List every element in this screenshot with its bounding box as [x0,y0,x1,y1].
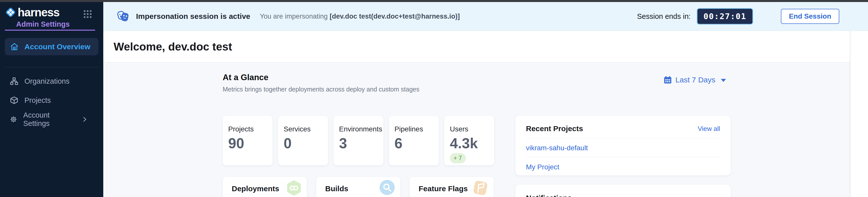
stat-value: 6 [395,136,436,151]
calendar-icon [663,76,672,84]
sidebar-subtitle: Admin Settings [16,20,103,28]
project-link-vikram-sahu-default[interactable]: vikram-sahu-default [526,138,720,157]
builds-icon [379,180,395,196]
gear-icon [10,115,17,124]
stat-value: 3 [339,136,381,151]
org-chart-icon [10,77,19,85]
impersonation-banner: Impersonation session is active You are … [103,2,868,31]
deployments-icon [286,180,302,197]
app-grid-icon[interactable] [83,9,93,20]
recent-projects-title: Recent Projects [526,124,583,133]
notifications-panel: Notifications [515,185,731,197]
stat-value: 0 [284,136,326,151]
module-card-deployments[interactable]: Deployments [223,177,307,197]
module-card-feature-flags[interactable]: Feature Flags [409,177,494,197]
sidebar-item-projects[interactable]: Projects [0,91,103,110]
chevron-right-icon [83,116,87,123]
stat-label: Projects [228,125,270,133]
stat-card-services[interactable]: Services 0 [278,116,328,165]
harness-logo-icon [5,7,16,18]
session-ends-label: Session ends in: [637,12,691,21]
stat-label: Environments [339,125,381,133]
project-link-my-project[interactable]: My Project [526,157,720,176]
sidebar-item-organizations[interactable]: Organizations [0,72,103,91]
view-all-link[interactable]: View all [698,125,720,133]
home-icon [10,42,19,51]
recent-projects-header: Recent Projects View all [526,124,720,133]
stat-card-users[interactable]: Users 4.3k + 7 [444,116,494,165]
stat-card-environments[interactable]: Environments 3 [334,116,383,165]
stat-card-pipelines[interactable]: Pipelines 6 [389,116,439,165]
content-area: At a Glance Metrics brings together depl… [103,63,868,197]
banner-title: Impersonation session is active [136,12,250,21]
page-title: Welcome, dev.doc test [114,40,232,53]
sidebar-header: harness Admin Settings [0,2,103,31]
at-a-glance-subtitle: Metrics brings together deployments acro… [223,86,420,93]
impersonating-target: [dev.doc test(dev.doc+test@harness.io)] [330,12,460,20]
impersonating-prefix: You are impersonating [260,12,328,20]
sidebar-item-label: Account Overview [25,42,90,51]
sidebar: harness Admin Settings [0,2,103,197]
sidebar-item-label: Account Settings [23,111,70,128]
sidebar-accent-underline [5,30,95,31]
modules-row: Deployments Builds [223,177,494,197]
feature-flags-icon [472,180,489,197]
end-session-button[interactable]: End Session [781,9,839,24]
brand-name: harness [18,5,59,19]
welcome-strip: Welcome, dev.doc test [103,31,868,63]
recent-projects-panel: Recent Projects View all vikram-sahu-def… [515,116,731,175]
stat-value: 4.3k [450,136,492,151]
theater-masks-icon [117,10,129,22]
session-timer: 00:27:01 [697,8,753,25]
app-body: harness Admin Settings [0,2,868,197]
module-card-builds[interactable]: Builds [316,177,400,197]
stat-label: Services [284,125,326,133]
sidebar-item-label: Organizations [25,77,69,85]
stat-label: Pipelines [395,125,436,133]
at-a-glance-header: At a Glance Metrics brings together depl… [223,73,420,93]
right-side-strip [850,31,868,197]
module-title: Feature Flags [418,185,468,197]
module-title: Deployments [232,185,279,197]
stat-card-projects[interactable]: Projects 90 [223,116,273,165]
module-title: Builds [325,185,348,197]
sidebar-item-account-overview[interactable]: Account Overview [5,38,98,55]
users-delta-badge: + 7 [450,153,466,163]
sidebar-item-account-settings[interactable]: Account Settings [0,110,103,129]
date-range-filter[interactable]: Last 7 Days [663,76,726,84]
at-a-glance-title: At a Glance [223,73,420,82]
window-top-strip [0,0,868,2]
stats-row: Projects 90 Services 0 Environments 3 Pi… [223,116,494,165]
stat-value: 90 [228,136,270,151]
app-screen: harness Admin Settings [0,0,868,197]
cube-icon [10,96,19,105]
sidebar-nav: Account Overview Organizations [0,31,103,129]
chevron-down-icon [721,79,726,82]
sidebar-item-label: Projects [25,96,51,105]
banner-subtitle: You are impersonating[dev.doc test(dev.d… [260,12,460,21]
stat-label: Users [450,125,492,133]
notifications-title: Notifications [526,194,572,197]
main-column: Impersonation session is active You are … [103,2,868,197]
date-filter-label: Last 7 Days [676,76,715,84]
